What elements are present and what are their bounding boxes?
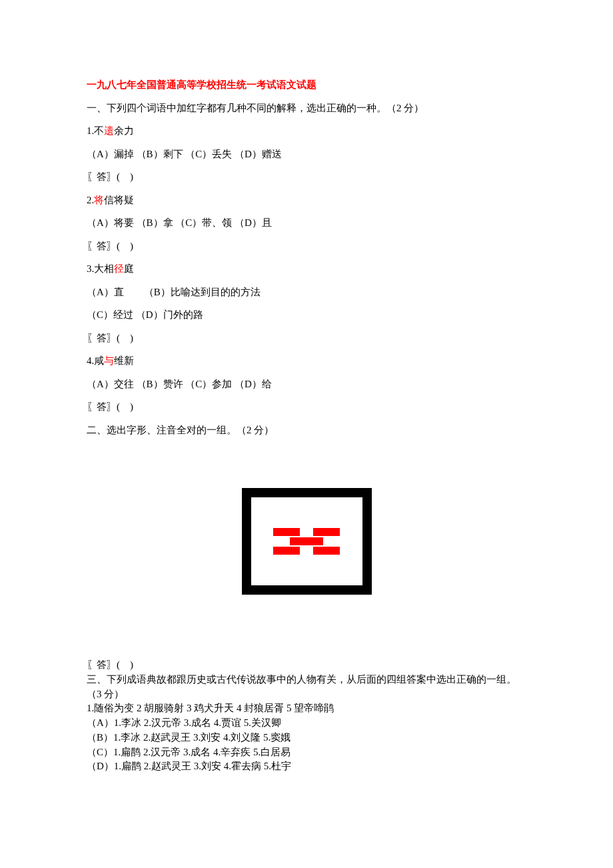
section2-answer: 〖答〗( ) [87, 658, 526, 673]
section3-intro: 三、下列成语典故都跟历史或古代传说故事中的人物有关，从后面的四组答案中选出正确的… [87, 673, 526, 702]
q1-stem: 1.不遗余力 [87, 119, 526, 143]
q2-stem: 2.将信将疑 [87, 189, 526, 212]
section3-optA: （A）1.李冰 2.汉元帝 3.成名 4.贾谊 5.关汉卿 [87, 716, 526, 731]
q3-options-line1: （A）直 （B）比喻达到目的的方法 [87, 281, 526, 304]
highlight-char: 与 [104, 355, 114, 366]
q4-answer: 〖答〗( ) [87, 395, 526, 419]
broken-image-icon [242, 488, 372, 595]
section3-optD: （D）1.扁鹊 2.赵武灵王 3.刘安 4.霍去病 5.杜宇 [87, 759, 526, 774]
q3-answer: 〖答〗( ) [87, 327, 526, 350]
q1-answer: 〖答〗( ) [87, 165, 526, 189]
section1-intro: 一、下列四个词语中加红字都有几种不同的解释，选出正确的一种。（2 分） [87, 97, 526, 120]
section3-items: 1.随俗为变 2 胡服骑射 3 鸡犬升天 4 封狼居胥 5 望帝啼鹃 [87, 701, 526, 716]
q3-stem: 3.大相径庭 [87, 257, 526, 281]
section3-optC: （C）1.扁鹊 2.汉元帝 3.成名 4.辛弃疾 5.白居易 [87, 745, 526, 760]
q3-options-line2: （C）经过 （D）门外的路 [87, 303, 526, 327]
q2-options: （A）将要 （B）拿 （C）带、领 （D）且 [87, 211, 526, 235]
highlight-char: 将 [94, 195, 104, 205]
highlight-char: 遗 [104, 125, 114, 136]
q1-options: （A）漏掉 （B）剩下 （C）丢失 （D）赠送 [87, 143, 526, 166]
q4-stem: 4.咸与维新 [87, 349, 526, 373]
q4-options: （A）交往 （B）赞许 （C）参加 （D）给 [87, 373, 526, 396]
highlight-char: 径 [114, 263, 124, 274]
q2-answer: 〖答〗( ) [87, 235, 526, 258]
section3-optB: （B）1.李冰 2.赵武灵王 3.刘安 4.刘义隆 5.窦娥 [87, 731, 526, 745]
exam-title: 一九八七年全国普通高等学校招生统一考试语文试题 [87, 73, 526, 97]
section2-intro: 二、选出字形、注音全对的一组。（2 分） [87, 419, 526, 442]
